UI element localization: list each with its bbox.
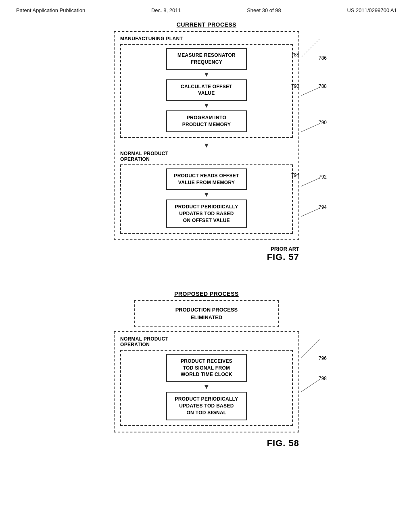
fig58-container: PROPOSED PROCESS PRODUCTION PROCESSELIMI… xyxy=(90,291,323,449)
ref-794: 794 xyxy=(291,172,299,178)
ref-796-label: 796 xyxy=(319,355,327,361)
box-program-label: PROGRAM INTOPRODUCT MEMORY xyxy=(182,115,231,127)
header-patent: US 2011/0299700 A1 xyxy=(347,7,397,13)
svg-line-2 xyxy=(301,124,319,132)
fig58-footer: FIG. 58 xyxy=(114,438,299,449)
eliminated-label: PRODUCTION PROCESSELIMINATED xyxy=(175,307,238,321)
ref-788-label: 788 xyxy=(319,83,327,89)
ref-790: 790 xyxy=(291,83,299,89)
svg-line-3 xyxy=(301,178,319,186)
arrow-4: ▼ xyxy=(203,191,210,198)
diagram-area: CURRENT PROCESS MANUFACTURING PLANT MEAS… xyxy=(0,17,413,457)
normal-op-label: NORMAL PRODUCTOPERATION xyxy=(120,151,293,162)
box-798-label: PRODUCT RECEIVESTOD SIGNAL FROMWORLD TIM… xyxy=(181,358,232,378)
ref-790-label: 790 xyxy=(319,120,327,125)
fig58-number: FIG. 58 xyxy=(267,438,299,449)
manufacturing-label: MANUFACTURING PLANT xyxy=(120,36,293,42)
fig57-title: CURRENT PROCESS xyxy=(177,21,236,28)
fig57-footer: PRIOR ART FIG. 57 xyxy=(114,246,299,262)
fig57-manufacturing-inner: MEASURE RESONATORFREQUENCY 788 ▼ CALCULA… xyxy=(120,44,293,138)
box-790-label: CALCULATE OFFSETVALUE xyxy=(181,84,232,96)
fig58-inner: PRODUCT RECEIVESTOD SIGNAL FROMWORLD TIM… xyxy=(120,350,293,426)
ref-786-line xyxy=(301,37,325,59)
box-794-label: PRODUCT READS OFFSETVALUE FROM MEMORY xyxy=(174,173,239,185)
box-tod-signal: PRODUCT PERIODICALLYUPDATES TOD BASEDON … xyxy=(166,392,247,420)
box-program: PROGRAM INTOPRODUCT MEMORY xyxy=(166,110,247,132)
svg-line-6 xyxy=(301,380,319,392)
arrow-5: ▼ xyxy=(203,383,210,391)
box-788-label: MEASURE RESONATORFREQUENCY xyxy=(177,52,236,65)
fig57-container: CURRENT PROCESS MANUFACTURING PLANT MEAS… xyxy=(90,21,323,262)
box-790: CALCULATE OFFSETVALUE xyxy=(166,79,247,101)
fig58-normal-op-label: NORMAL PRODUCTOPERATION xyxy=(120,336,293,347)
page-header: Patent Application Publication Dec. 8, 2… xyxy=(0,0,413,17)
svg-line-5 xyxy=(301,339,319,357)
ref-798-label: 798 xyxy=(319,376,327,381)
ref-794-label: 794 xyxy=(319,204,327,210)
header-left: Patent Application Publication xyxy=(16,7,85,13)
fig58-outer-region: NORMAL PRODUCTOPERATION PRODUCT RECEIVES… xyxy=(114,331,299,432)
prior-art-label: PRIOR ART FIG. 57 xyxy=(267,246,299,262)
svg-line-1 xyxy=(301,87,319,96)
fig57-outer-region: MANUFACTURING PLANT MEASURE RESONATORFRE… xyxy=(114,31,299,240)
box-794: PRODUCT READS OFFSETVALUE FROM MEMORY xyxy=(166,168,247,190)
fig58-title: PROPOSED PROCESS xyxy=(174,291,239,297)
arrow-3: ▼ xyxy=(120,142,293,149)
box-tod-offset-label: PRODUCT PERIODICALLYUPDATES TOD BASEDON … xyxy=(175,204,238,223)
ref-792-label: 792 xyxy=(319,174,327,180)
header-center: Dec. 8, 2011 xyxy=(151,7,181,13)
fig57-normal-inner: PRODUCT READS OFFSETVALUE FROM MEMORY 79… xyxy=(120,164,293,234)
arrow-2: ▼ xyxy=(203,102,210,109)
box-798: PRODUCT RECEIVESTOD SIGNAL FROMWORLD TIM… xyxy=(166,354,247,382)
box-tod-signal-label: PRODUCT PERIODICALLYUPDATES TOD BASEDON … xyxy=(175,396,238,416)
arrow-1: ▼ xyxy=(203,71,210,78)
box-tod-offset: PRODUCT PERIODICALLYUPDATES TOD BASEDON … xyxy=(166,200,247,228)
svg-line-0 xyxy=(301,39,319,57)
svg-line-4 xyxy=(301,208,319,216)
eliminated-box: PRODUCTION PROCESSELIMINATED xyxy=(134,300,279,327)
ref-788: 788 xyxy=(291,52,299,58)
box-788: MEASURE RESONATORFREQUENCY xyxy=(166,48,247,70)
header-sheet: Sheet 30 of 98 xyxy=(247,7,281,13)
